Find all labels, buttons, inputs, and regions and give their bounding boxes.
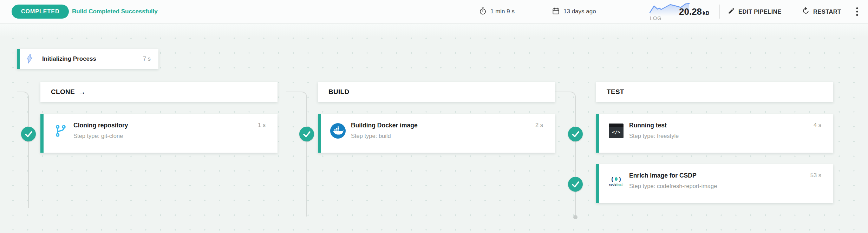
- step-card-building-docker-image[interactable]: Building Docker image Step type: build 2…: [318, 114, 555, 153]
- pipeline-end-dot: [573, 215, 577, 219]
- check-icon: [21, 127, 35, 141]
- step-card-enrich-image-for-csdp[interactable]: ( ) codefresh Enrich image for CSDP Step…: [596, 164, 833, 203]
- step-duration: 7 s: [143, 55, 151, 62]
- topbar-divider: [629, 5, 629, 19]
- build-duration: 1 min 9 s: [479, 0, 515, 23]
- build-details-view: COMPLETED Build Completed Successfully 1…: [0, 0, 868, 233]
- stage-name: BUILD: [328, 88, 350, 96]
- step-duration: 53 s: [810, 172, 821, 179]
- restart-label: RESTART: [813, 8, 841, 15]
- terminal-icon: </>: [608, 123, 624, 139]
- pipeline-canvas: Initializing Process 7 s CLONE → BUILD T…: [0, 23, 868, 233]
- step-type: Step type: codefresh-report-image: [629, 183, 717, 189]
- step-duration: 4 s: [814, 122, 821, 128]
- status-badge: COMPLETED: [12, 5, 69, 19]
- step-type: Step type: freestyle: [629, 133, 679, 139]
- codefresh-icon: ( ) codefresh: [608, 173, 624, 189]
- topbar-divider: [719, 5, 720, 19]
- kebab-menu-icon: [856, 7, 858, 16]
- git-branch-icon: [53, 123, 68, 139]
- build-age-label: 13 days ago: [563, 8, 596, 15]
- restart-button[interactable]: RESTART: [802, 0, 841, 23]
- status-check-test: [568, 127, 583, 141]
- step-card-initializing[interactable]: Initializing Process 7 s: [17, 49, 158, 69]
- docker-icon: [330, 123, 346, 139]
- step-title: Building Docker image: [351, 122, 418, 129]
- build-duration-label: 1 min 9 s: [490, 8, 515, 15]
- log-size: 20.28 kB: [679, 0, 709, 23]
- more-options-button[interactable]: [856, 0, 858, 23]
- step-title: Initializing Process: [42, 55, 96, 62]
- log-label: LOG: [650, 15, 661, 21]
- codefresh-leaf-icon: [614, 177, 619, 181]
- step-title: Cloning repository: [73, 122, 128, 129]
- step-title: Enrich image for CSDP: [629, 172, 697, 179]
- edit-pipeline-button[interactable]: EDIT PIPELINE: [728, 0, 782, 23]
- edit-pipeline-label: EDIT PIPELINE: [738, 8, 782, 15]
- stage-name: TEST: [607, 88, 624, 96]
- status-check-enrich: [568, 177, 583, 192]
- pencil-icon: [728, 7, 735, 16]
- stopwatch-icon: [479, 7, 487, 16]
- status-check-clone: [21, 127, 36, 141]
- check-icon: [568, 177, 582, 191]
- step-card-cloning-repository[interactable]: Cloning repository Step type: git-clone …: [40, 114, 278, 153]
- step-title: Running test: [629, 122, 667, 129]
- status-message: Build Completed Successfully: [72, 0, 158, 23]
- status-check-build: [299, 127, 314, 141]
- build-age: 13 days ago: [552, 0, 596, 23]
- log-size-unit: kB: [703, 10, 709, 16]
- restart-icon: [802, 7, 810, 16]
- calendar-icon: [552, 7, 560, 16]
- topbar: COMPLETED Build Completed Successfully 1…: [0, 0, 868, 24]
- codefresh-wordmark: codefresh: [609, 183, 624, 186]
- step-duration: 2 s: [535, 122, 543, 128]
- lightning-icon: [25, 54, 34, 64]
- step-type: Step type: build: [351, 133, 391, 139]
- check-icon: [568, 127, 582, 141]
- step-card-running-test[interactable]: </> Running test Step type: freestyle 4 …: [596, 114, 833, 153]
- step-type: Step type: git-clone: [73, 133, 123, 139]
- log-size-value: 20.28: [679, 6, 702, 17]
- stage-header-build: BUILD: [318, 82, 555, 102]
- stage-header-clone: CLONE →: [40, 82, 278, 102]
- arrow-right-icon: →: [78, 88, 86, 96]
- stage-name: CLONE: [51, 88, 75, 96]
- step-duration: 1 s: [258, 122, 266, 128]
- check-icon: [300, 127, 314, 141]
- stage-header-test: TEST: [596, 82, 833, 102]
